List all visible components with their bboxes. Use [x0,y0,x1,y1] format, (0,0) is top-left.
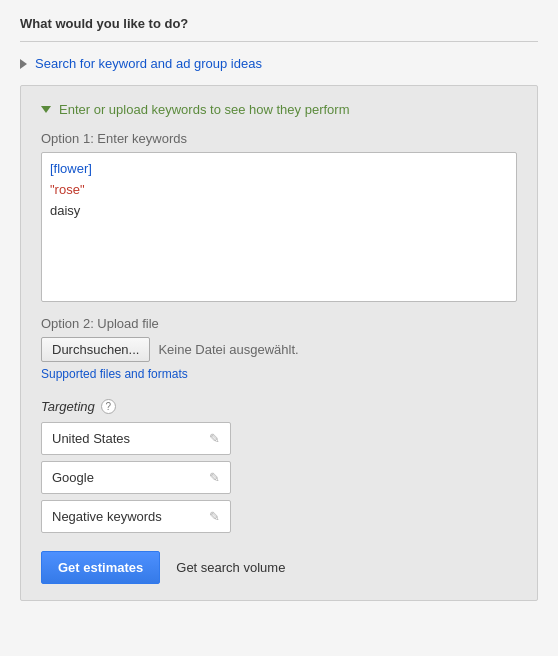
page-title: What would you like to do? [20,16,538,31]
upload-row: Durchsuchen... Keine Datei ausgewählt. [41,337,517,362]
page-container: What would you like to do? Search for ke… [0,0,558,617]
keywords-textarea[interactable]: [flower] "rose" daisy [41,152,517,302]
targeting-section: Targeting ? United States ✎ Google ✎ Neg… [41,399,517,533]
triangle-down-icon [41,106,51,113]
upload-section: Option 2: Upload file Durchsuchen... Kei… [41,316,517,381]
actions-section: Get estimates Get search volume [41,551,517,584]
targeting-label: Targeting [41,399,95,414]
edit-negative-icon[interactable]: ✎ [209,509,220,524]
targeting-us-text: United States [52,431,130,446]
browse-button[interactable]: Durchsuchen... [41,337,150,362]
keyword-line-3: daisy [50,203,80,218]
option2-label: Option 2: Upload file [41,316,517,331]
search-option-link[interactable]: Search for keyword and ad group ideas [35,56,262,71]
targeting-item-negative[interactable]: Negative keywords ✎ [41,500,231,533]
section-divider [20,41,538,42]
targeting-google-text: Google [52,470,94,485]
supported-link[interactable]: Supported files and formats [41,367,188,381]
edit-google-icon[interactable]: ✎ [209,470,220,485]
triangle-right-icon [20,59,27,69]
get-estimates-button[interactable]: Get estimates [41,551,160,584]
get-volume-button[interactable]: Get search volume [172,552,289,583]
targeting-header: Targeting ? [41,399,517,414]
keyword-line-1: [flower] [50,161,92,176]
no-file-text: Keine Datei ausgewählt. [158,342,298,357]
panel-header[interactable]: Enter or upload keywords to see how they… [41,102,517,117]
search-option-row[interactable]: Search for keyword and ad group ideas [20,56,538,71]
help-icon[interactable]: ? [101,399,116,414]
edit-us-icon[interactable]: ✎ [209,431,220,446]
keyword-line-2: "rose" [50,182,85,197]
targeting-item-google[interactable]: Google ✎ [41,461,231,494]
targeting-item-us[interactable]: United States ✎ [41,422,231,455]
targeting-negative-text: Negative keywords [52,509,162,524]
option1-label: Option 1: Enter keywords [41,131,517,146]
upload-panel: Enter or upload keywords to see how they… [20,85,538,601]
panel-header-text: Enter or upload keywords to see how they… [59,102,349,117]
